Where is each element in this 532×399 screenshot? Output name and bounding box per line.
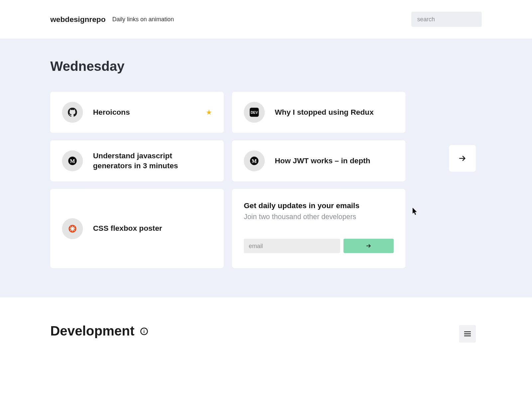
medium-icon: M [244, 150, 265, 171]
signup-title: Get daily updates in your emails [244, 201, 394, 210]
link-card[interactable]: Heroicons ★ [50, 92, 224, 133]
link-card[interactable]: M Understand javascript generators in 3 … [50, 140, 224, 181]
day-title: Wednesday [50, 59, 482, 74]
star-icon: ★ [206, 108, 212, 116]
card-title: Understand javascript generators in 3 mi… [93, 151, 212, 171]
signup-form [244, 239, 394, 253]
github-icon [62, 102, 83, 123]
search-input[interactable] [411, 12, 482, 27]
tagline: Daily links on animation [112, 16, 174, 23]
svg-text:M: M [252, 158, 257, 164]
signup-card: Get daily updates in your emails Join tw… [232, 189, 406, 268]
cards-grid: Heroicons ★ DEV Why I stopped using Redu… [50, 92, 405, 268]
menu-button[interactable] [459, 325, 476, 343]
development-section: Development i Stay Updated Blogs and New… [0, 297, 532, 344]
link-card[interactable]: CSS flexbox poster [50, 189, 224, 268]
link-card[interactable]: M How JWT works – in depth [232, 140, 406, 181]
link-card[interactable]: DEV Why I stopped using Redux [232, 92, 406, 133]
header: webdesignrepo Daily links on animation [0, 0, 532, 39]
svg-text:M: M [70, 158, 75, 164]
card-title: CSS flexbox poster [93, 223, 212, 234]
arrow-right-icon [458, 154, 466, 163]
card-title: Why I stopped using Redux [275, 107, 394, 117]
signup-subtitle: Join two thousand other developers [244, 213, 394, 221]
card-title: Heroicons [93, 107, 196, 117]
email-input[interactable] [244, 239, 340, 253]
logo[interactable]: webdesignrepo [50, 15, 105, 24]
daily-section: Wednesday Heroicons ★ DEV Why I stopped … [0, 39, 532, 298]
submit-button[interactable] [343, 239, 394, 253]
dev-header: Development i [50, 324, 482, 339]
cursor-icon [412, 208, 418, 215]
card-title: How JWT works – in depth [275, 156, 394, 166]
info-icon[interactable]: i [140, 328, 148, 335]
hamburger-icon [464, 332, 471, 336]
arrow-right-icon [366, 243, 372, 249]
medium-icon: M [62, 150, 83, 171]
header-left: webdesignrepo Daily links on animation [50, 15, 174, 24]
svg-text:DEV: DEV [251, 111, 258, 114]
codepen-icon [62, 218, 83, 239]
dev-icon: DEV [244, 102, 265, 123]
next-button[interactable] [449, 145, 476, 172]
dev-title: Development [50, 324, 134, 339]
